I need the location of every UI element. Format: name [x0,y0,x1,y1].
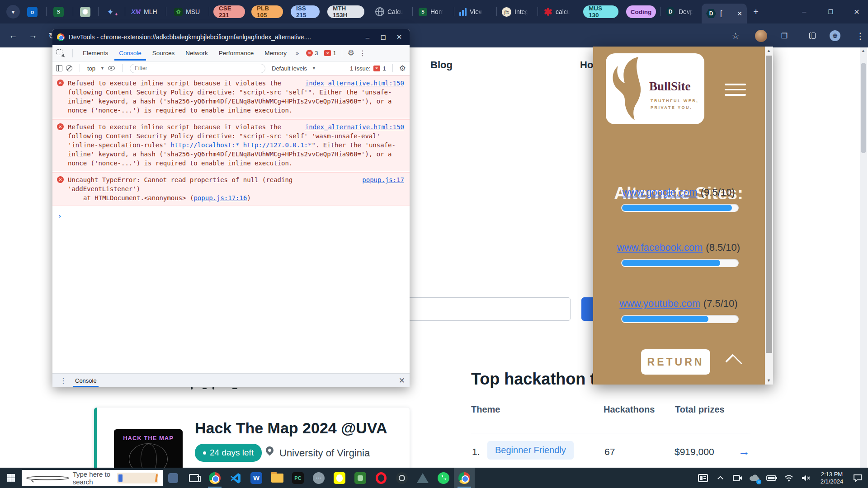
page-search-input[interactable] [393,297,571,321]
side-panel-icon[interactable] [806,29,819,42]
nav-blog[interactable]: Blog [430,59,453,71]
profile-icon[interactable]: ♚ [828,29,842,42]
facebook-link[interactable]: www.facebook.com [617,242,703,253]
taskbar-vscode[interactable] [225,468,246,488]
inspect-element-icon[interactable] [56,49,65,58]
devtools-tab-console[interactable]: Console [114,46,146,61]
scrollbar-down-arrow[interactable]: ▼ [767,378,771,383]
devtools-titlebar[interactable]: DevTools - chrome-extension://adkcbbaleg… [52,29,410,45]
taskbar-word[interactable]: W [246,468,267,488]
youtube-link[interactable]: www.youtube.com [619,298,700,309]
taskbar-file-explorer[interactable] [267,468,288,488]
clear-console-icon[interactable] [66,65,72,71]
footer-close-icon[interactable]: ✕ [399,376,405,385]
devtools-maximize-button[interactable]: ◻ [377,33,389,41]
tab-home[interactable]: S Hom [419,0,444,23]
scrollbar-up-arrow[interactable]: ▲ [861,48,865,53]
widgets-news-icon[interactable] [695,468,711,488]
hamburger-menu-icon[interactable] [725,84,746,99]
tray-chevron-up-icon[interactable] [712,468,728,488]
tab-group-iss215[interactable]: ISS 215 [291,5,320,18]
tab-view[interactable]: View [459,0,483,23]
console-source-link[interactable]: index_alternative.html:150 [305,122,404,131]
tab-group-cse231[interactable]: CSE 231 [213,5,245,18]
tab-devp[interactable]: D Devp [665,0,693,23]
taskbar-chrome[interactable] [204,468,225,488]
devtools-settings-gear-icon[interactable]: ⚙ [348,48,354,58]
kebab-menu-icon[interactable]: ⋮ [854,29,867,42]
tab-calculator[interactable]: calcu [543,0,571,23]
forward-button[interactable]: → [26,29,40,42]
window-close-button[interactable]: ✕ [850,5,863,18]
taskbar-whatsapp[interactable] [433,468,454,488]
issue-cluster[interactable]: 1 Issue: ✕ 1 ⚙ [350,64,406,73]
start-button[interactable] [0,468,22,488]
tab-group-coding[interactable]: Coding [626,5,656,18]
new-tab-button[interactable]: + [750,5,762,18]
tab-group-mus130[interactable]: MUS 130 [583,5,618,18]
context-selector[interactable]: top [87,65,95,72]
window-restore-button[interactable]: ❐ [824,5,837,18]
tab-calculus[interactable]: Calcu [375,0,404,23]
taskbar-opera[interactable] [371,468,392,488]
tab-group-mth153h[interactable]: MTH 153H [327,5,364,18]
footer-kebab-icon[interactable]: ⋮ [57,376,70,385]
notification-center-icon[interactable] [850,468,865,488]
more-tabs-icon[interactable]: » [293,50,301,56]
devtools-close-button[interactable]: ✕ [393,33,405,41]
pinned-tab-gemini[interactable]: ✦✦ [107,0,118,23]
back-button[interactable]: ← [6,29,20,42]
footer-console-tab[interactable]: Console [73,375,99,387]
levels-dropdown[interactable]: Default levels [272,65,307,72]
issue-flag-icon[interactable]: ✕ [324,50,331,56]
taskbar-chrome-active[interactable] [454,468,475,488]
devtools-tab-elements[interactable]: Elements [78,46,113,61]
google-link[interactable]: www.google.com [622,187,697,198]
taskbar-snapchat[interactable] [329,468,350,488]
console-error-badge[interactable]: ✕3 [306,50,318,56]
console-filter-input[interactable] [130,64,265,73]
battery-icon[interactable] [764,468,779,488]
console-prompt-chevron[interactable]: › [52,207,410,221]
devtools-tab-network[interactable]: Network [181,46,212,61]
pinned-tab-s[interactable]: S [53,0,64,23]
taskbar-chat-app[interactable]: ⋯ [308,468,329,488]
devtools-minimize-button[interactable]: – [362,33,373,41]
tab-close-icon[interactable]: ✕ [737,10,742,17]
localhost-link[interactable]: http://localhost:* [171,141,240,149]
taskbar-search[interactable]: Type here to search [22,470,163,486]
scrollbar-up-arrow[interactable]: ▲ [767,48,771,53]
tab-group-plb105[interactable]: PLB 105 [251,5,283,18]
tab-msu[interactable]: ✿ MSU [174,0,200,23]
live-expression-eye-icon[interactable] [108,66,115,70]
camera-tray-icon[interactable] [730,468,745,488]
console-source-link[interactable]: popup.js:17 [362,175,404,184]
taskbar-dark-circle-app[interactable] [392,468,412,488]
pinned-tab-chatgpt[interactable]: ✺ [80,0,90,23]
stack-source-link[interactable]: popup.js:17:16 [193,194,247,202]
avatar[interactable] [754,29,768,42]
extensions-puzzle-icon[interactable]: ❒ [778,29,791,42]
row-arrow-icon[interactable]: → [738,445,750,459]
scrollbar-thumb[interactable] [861,63,866,153]
popup-scrollbar[interactable]: ▲ ▼ [765,47,773,385]
taskbar-triangle-app[interactable] [412,468,433,488]
devtools-tab-sources[interactable]: Sources [148,46,179,61]
devtools-tab-performance[interactable]: Performance [214,46,258,61]
tab-integral[interactable]: ∫fx Integ [502,0,528,23]
onedrive-cloud-icon[interactable]: i [747,468,762,488]
tab-mlh[interactable]: XM MLH [131,0,157,23]
wifi-icon[interactable] [781,468,797,488]
console-source-link[interactable]: index_alternative.html:150 [305,79,404,88]
console-settings-gear-icon[interactable]: ⚙ [399,64,406,73]
taskbar-green-app[interactable] [350,468,371,488]
taskbar-pycharm[interactable]: PC [288,468,308,488]
task-view-button[interactable] [184,468,204,488]
devtools-tab-memory[interactable]: Memory [260,46,291,61]
popup-scrollbar-thumb[interactable] [766,56,772,353]
page-scrollbar[interactable]: ▲ [860,47,867,468]
search-highlights-icon[interactable] [117,473,158,483]
bookmark-star-icon[interactable]: ☆ [729,29,742,42]
volume-muted-icon[interactable] [798,468,814,488]
console-sidebar-icon[interactable] [56,65,62,71]
